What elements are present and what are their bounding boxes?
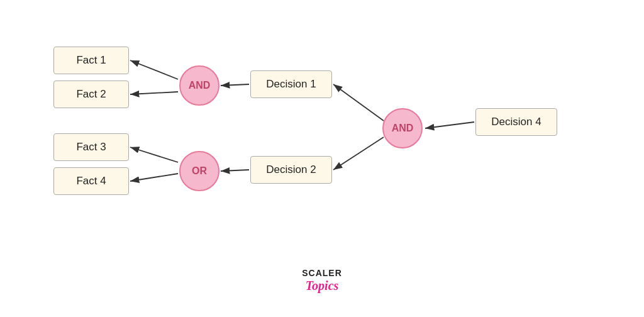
fact2-box: Fact 2 [53,81,129,108]
svg-line-7 [333,84,384,121]
svg-line-5 [130,174,178,181]
svg-line-4 [130,147,178,162]
svg-line-2 [130,92,178,94]
svg-line-6 [221,170,249,171]
svg-line-8 [333,137,384,170]
topics-wordmark: Topics [302,278,342,293]
decision1-box: Decision 1 [250,70,332,98]
diagram: Fact 1 Fact 2 Fact 3 Fact 4 AND OR AND D… [0,0,644,317]
decision2-box: Decision 2 [250,156,332,184]
fact3-box: Fact 3 [53,133,129,161]
scaler-logo: SCALER Topics [302,268,342,293]
and2-gate: AND [382,108,423,148]
svg-line-9 [425,122,474,128]
decision4-box: Decision 4 [475,108,557,136]
svg-line-1 [130,60,178,79]
fact1-box: Fact 1 [53,47,129,74]
scaler-wordmark: SCALER [302,268,342,278]
fact4-box: Fact 4 [53,167,129,195]
and1-gate: AND [179,65,219,106]
svg-line-3 [221,84,249,86]
or1-gate: OR [179,151,219,191]
